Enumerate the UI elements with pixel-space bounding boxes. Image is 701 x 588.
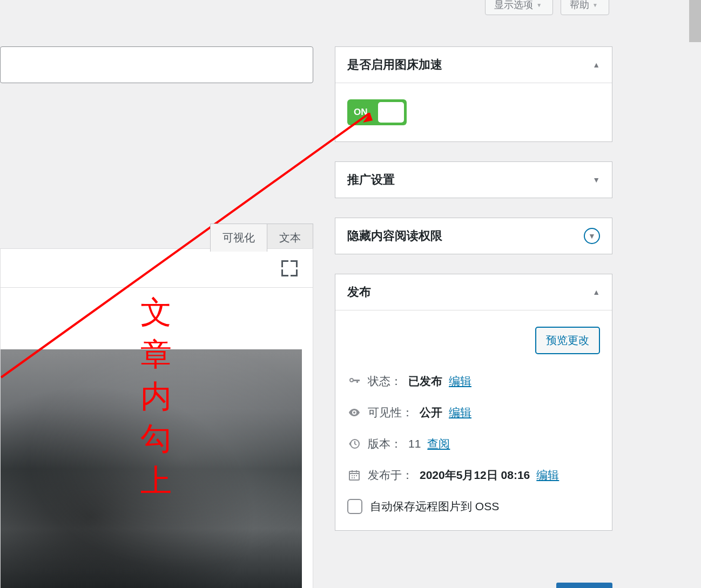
revisions-value: 11	[408, 437, 421, 450]
scrollbar[interactable]	[689, 0, 701, 42]
collapse-icon: ▲	[592, 60, 600, 69]
visibility-edit-link[interactable]: 编辑	[449, 405, 471, 420]
editor-content[interactable]	[1, 288, 313, 588]
fullscreen-icon[interactable]	[281, 260, 298, 276]
revisions-browse-link[interactable]: 查阅	[427, 436, 450, 451]
editor-body	[0, 248, 313, 588]
help-button[interactable]: 帮助	[561, 0, 609, 15]
visibility-row: 可见性： 公开 编辑	[347, 405, 600, 420]
key-icon	[347, 375, 361, 388]
published-edit-link[interactable]: 编辑	[536, 468, 559, 483]
calendar-icon	[347, 469, 361, 482]
post-image[interactable]	[1, 349, 302, 588]
tab-visual-label: 可视化	[223, 232, 255, 244]
editor-toolbar	[1, 249, 313, 288]
status-value: 已发布	[408, 374, 442, 389]
screen-options-button[interactable]: 显示选项	[485, 0, 553, 15]
panel-image-accel: 是否启用图床加速 ▲ ON	[335, 46, 612, 142]
image-accel-toggle[interactable]: ON	[347, 99, 407, 125]
revisions-row: 版本： 11 查阅	[347, 436, 600, 451]
panel-promo-title: 推广设置	[347, 172, 395, 188]
panel-promo-header[interactable]: 推广设置 ▼	[335, 162, 612, 198]
status-row: 状态： 已发布 编辑	[347, 374, 600, 389]
update-button-partial[interactable]	[556, 583, 612, 588]
expand-circled-icon: ▼	[584, 228, 600, 244]
tab-visual[interactable]: 可视化	[210, 224, 267, 252]
tab-text-label: 文本	[279, 232, 301, 244]
auto-save-checkbox[interactable]	[347, 499, 362, 514]
panel-hidden-perm-title: 隐藏内容阅读权限	[347, 228, 442, 244]
panel-hidden-perm-header[interactable]: 隐藏内容阅读权限 ▼	[335, 218, 612, 254]
published-label: 发布于：	[368, 468, 413, 483]
published-value: 2020年5月12日 08:16	[420, 468, 530, 483]
revisions-label: 版本：	[368, 436, 402, 451]
status-label: 状态：	[368, 374, 402, 389]
toggle-knob	[378, 102, 404, 123]
visibility-value: 公开	[420, 405, 442, 420]
visibility-label: 可见性：	[368, 405, 413, 420]
history-icon	[347, 437, 361, 450]
tab-text[interactable]: 文本	[267, 224, 313, 252]
preview-changes-label: 预览更改	[546, 334, 589, 346]
preview-changes-button[interactable]: 预览更改	[535, 327, 600, 354]
panel-image-accel-header[interactable]: 是否启用图床加速 ▲	[335, 47, 612, 83]
auto-save-row: 自动保存远程图片到 OSS	[347, 499, 600, 514]
expand-icon: ▼	[592, 175, 600, 184]
panel-publish-header[interactable]: 发布 ▲	[335, 274, 612, 310]
panel-hidden-perm: 隐藏内容阅读权限 ▼	[335, 218, 612, 254]
toggle-state: ON	[354, 107, 368, 118]
panel-publish: 发布 ▲ 预览更改 状态： 已发布 编辑 可见性：	[335, 274, 612, 531]
post-title-input[interactable]	[0, 46, 313, 83]
auto-save-label: 自动保存远程图片到 OSS	[370, 499, 499, 514]
panel-image-accel-title: 是否启用图床加速	[347, 57, 442, 73]
panel-publish-title: 发布	[347, 284, 371, 300]
status-edit-link[interactable]: 编辑	[449, 374, 471, 389]
eye-icon	[347, 406, 361, 419]
published-row: 发布于： 2020年5月12日 08:16 编辑	[347, 468, 600, 483]
screen-options-label: 显示选项	[494, 0, 533, 11]
panel-promo: 推广设置 ▼	[335, 161, 612, 198]
collapse-icon: ▲	[592, 288, 600, 296]
help-label: 帮助	[570, 0, 589, 11]
